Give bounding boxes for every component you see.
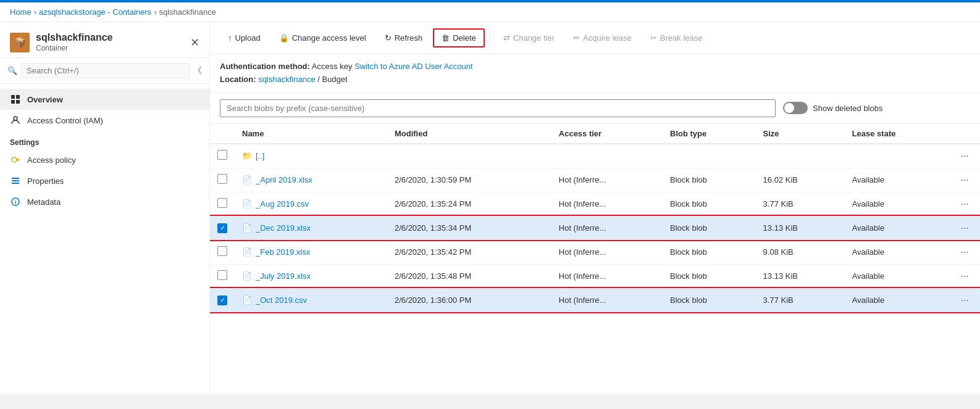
breadcrumb-home[interactable]: Home: [10, 7, 31, 17]
col-size[interactable]: Size: [756, 124, 845, 144]
change-tier-button[interactable]: ⇄ Change tier: [495, 29, 563, 47]
break-lease-button[interactable]: ✂ Break lease: [642, 29, 711, 47]
toggle-container: Show deleted blobs: [783, 102, 882, 114]
change-tier-label: Change tier: [513, 33, 555, 43]
cell-lease-state: Available: [845, 216, 950, 240]
table-row[interactable]: 📁[..]···: [210, 144, 980, 168]
delete-icon: 🗑: [442, 33, 450, 43]
cell-access-tier: Hot (Inferre...: [551, 192, 663, 216]
break-lease-label: Break lease: [660, 33, 703, 43]
file-name[interactable]: 📄_Feb 2019.xlsx: [242, 247, 380, 257]
close-button[interactable]: ✕: [190, 36, 199, 49]
cell-blob-type: Block blob: [663, 264, 756, 288]
cell-lease-state: Available: [845, 240, 950, 264]
delete-button[interactable]: 🗑 Delete: [433, 28, 485, 48]
sidebar-item-access-policy[interactable]: Access policy: [0, 149, 209, 170]
file-name[interactable]: 📄_Aug 2019.csv: [242, 199, 380, 209]
file-icon: 📄: [242, 175, 252, 184]
location-link[interactable]: sqlshackfinance: [258, 75, 316, 84]
collapse-button[interactable]: 《: [193, 65, 202, 76]
cell-access-tier: Hot (Inferre...: [551, 216, 663, 240]
content-area: ↑ Upload 🔒 Change access level ↻ Refresh…: [210, 22, 980, 394]
row-checkbox[interactable]: [217, 198, 227, 208]
svg-text:i: i: [15, 199, 17, 205]
breadcrumb: Home › azsqlshackstorage - Containers › …: [0, 2, 980, 22]
row-checkbox[interactable]: [217, 223, 227, 233]
change-access-button[interactable]: 🔒 Change access level: [271, 29, 374, 47]
row-more-button[interactable]: ···: [957, 294, 973, 307]
row-checkbox[interactable]: [217, 174, 227, 184]
row-more-button[interactable]: ···: [957, 197, 973, 211]
row-more-button[interactable]: ···: [957, 221, 973, 235]
row-checkbox[interactable]: [217, 246, 227, 256]
row-more-button[interactable]: ···: [957, 149, 973, 163]
toolbar: ↑ Upload 🔒 Change access level ↻ Refresh…: [210, 22, 980, 54]
col-name[interactable]: Name: [235, 124, 387, 144]
row-checkbox[interactable]: [217, 295, 227, 305]
container-icon: 📦: [10, 33, 30, 52]
cell-access-tier: [551, 144, 663, 168]
breadcrumb-current: sqlshackfinance: [159, 7, 216, 17]
sidebar-search-input[interactable]: [21, 63, 190, 78]
file-name[interactable]: 📄_July 2019.xlsx: [242, 271, 380, 281]
file-icon: 📄: [242, 199, 252, 209]
cell-size: 3.77 KiB: [756, 288, 845, 312]
blob-search-input[interactable]: [220, 99, 776, 117]
row-checkbox[interactable]: [217, 270, 227, 280]
toolbar-divider: [490, 31, 490, 46]
search-icon: 🔍: [7, 66, 17, 75]
table-row[interactable]: 📄_Aug 2019.csv2/6/2020, 1:35:24 PMHot (I…: [210, 192, 980, 216]
col-blob-type[interactable]: Blob type: [663, 124, 756, 144]
file-name[interactable]: 📄_Dec 2019.xlsx: [242, 223, 380, 233]
row-more-button[interactable]: ···: [957, 270, 973, 283]
row-checkbox[interactable]: [217, 150, 227, 160]
file-name[interactable]: 📁[..]: [242, 151, 380, 160]
acquire-lease-label: Acquire lease: [583, 33, 632, 43]
svg-point-5: [12, 157, 17, 162]
svg-rect-0: [11, 95, 15, 99]
col-lease-state[interactable]: Lease state: [845, 124, 950, 144]
svg-rect-7: [12, 180, 19, 181]
table-row[interactable]: 📄_April 2019.xlsx2/6/2020, 1:30:59 PMHot…: [210, 168, 980, 192]
sidebar-item-properties[interactable]: Properties: [0, 170, 209, 191]
col-modified[interactable]: Modified: [387, 124, 551, 144]
search-bar: Show deleted blobs: [210, 93, 980, 124]
person-icon: [10, 115, 21, 126]
location-path: / Budget: [317, 75, 347, 84]
table-row[interactable]: 📄_Feb 2019.xlsx2/6/2020, 1:35:42 PMHot (…: [210, 240, 980, 264]
row-more-button[interactable]: ···: [957, 173, 973, 187]
refresh-button[interactable]: ↻ Refresh: [377, 29, 431, 47]
svg-rect-8: [12, 183, 19, 184]
svg-point-4: [14, 117, 17, 120]
upload-label: Upload: [235, 33, 261, 43]
acquire-lease-icon: ✏: [573, 33, 580, 43]
sidebar-title: sqlshackfinance: [36, 32, 113, 43]
cell-size: 13.13 KiB: [756, 216, 845, 240]
show-deleted-toggle[interactable]: [783, 102, 808, 114]
breadcrumb-containers[interactable]: azsqlshackstorage - Containers: [39, 7, 151, 17]
cell-size: 13.13 KiB: [756, 264, 845, 288]
table-row[interactable]: 📄_Oct 2019.csv2/6/2020, 1:36:00 PMHot (I…: [210, 288, 980, 312]
sidebar-item-iam[interactable]: Access Control (IAM): [0, 110, 209, 131]
file-name[interactable]: 📄_Oct 2019.csv: [242, 295, 380, 305]
cell-lease-state: Available: [845, 168, 950, 192]
acquire-lease-button[interactable]: ✏ Acquire lease: [565, 29, 640, 47]
sidebar-item-metadata[interactable]: i Metadata: [0, 191, 209, 212]
upload-button[interactable]: ↑ Upload: [220, 29, 269, 47]
file-icon: 📄: [242, 223, 252, 233]
table-row[interactable]: 📄_Dec 2019.xlsx2/6/2020, 1:35:34 PMHot (…: [210, 216, 980, 240]
file-name[interactable]: 📄_April 2019.xlsx: [242, 175, 380, 184]
svg-rect-1: [16, 95, 20, 99]
row-more-button[interactable]: ···: [957, 246, 973, 259]
break-lease-icon: ✂: [650, 33, 657, 43]
folder-icon: 📁: [242, 151, 252, 160]
col-access-tier[interactable]: Access tier: [551, 124, 663, 144]
svg-rect-6: [12, 178, 19, 179]
sidebar-item-label: Properties: [27, 176, 64, 186]
sidebar-subtitle: Container: [36, 44, 68, 52]
auth-switch-link[interactable]: Switch to Azure AD User Account: [354, 62, 472, 71]
sidebar-item-label: Access Control (IAM): [27, 116, 103, 125]
sidebar-item-label: Overview: [27, 95, 63, 104]
sidebar-item-overview[interactable]: Overview: [0, 89, 209, 110]
table-row[interactable]: 📄_July 2019.xlsx2/6/2020, 1:35:48 PMHot …: [210, 264, 980, 288]
